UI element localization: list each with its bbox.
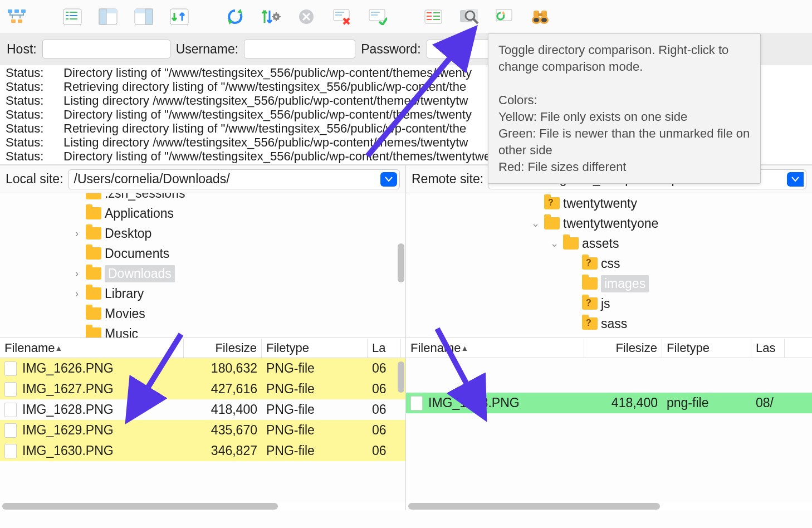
col-filesize[interactable]: Filesize bbox=[184, 339, 262, 358]
tree-item[interactable]: ›Library bbox=[0, 283, 405, 304]
tree-item[interactable]: js bbox=[406, 294, 812, 314]
remote-file-header[interactable]: Filename Filesize Filetype Las bbox=[406, 338, 812, 358]
disconnect-button[interactable] bbox=[331, 6, 353, 28]
toggle-queue-button[interactable] bbox=[168, 6, 190, 28]
tree-label: js bbox=[601, 296, 610, 311]
file-size-cell: 180,632 bbox=[184, 360, 262, 377]
tree-item[interactable]: ⌄twentytwentyone bbox=[406, 213, 812, 233]
file-name-cell: IMG_1629.PNG bbox=[0, 422, 184, 439]
compare-tooltip: Toggle directory comparison. Right-click… bbox=[488, 33, 761, 184]
reconnect-button[interactable] bbox=[366, 6, 389, 28]
local-hscroll[interactable] bbox=[0, 502, 405, 510]
file-icon bbox=[4, 423, 17, 438]
directory-compare-icon bbox=[459, 8, 479, 26]
file-row[interactable]: IMG_1628.PNG418,400PNG-file06 bbox=[0, 399, 405, 420]
log-tag: Status: bbox=[6, 66, 45, 80]
file-row[interactable]: IMG_1628.PNG418,400png-file08/ bbox=[406, 393, 812, 413]
folder-icon bbox=[86, 287, 101, 300]
file-row[interactable]: IMG_1630.PNG346,827PNG-file06 bbox=[0, 441, 405, 461]
svg-rect-1 bbox=[14, 9, 19, 13]
local-dir-tree[interactable]: .zsh_sessionsApplications›DesktopDocumen… bbox=[0, 193, 405, 338]
local-tree-icon bbox=[99, 8, 118, 25]
main-split: Local site: /Users/cornelia/Downloads/ .… bbox=[0, 165, 812, 510]
tree-twisty[interactable]: ⌄ bbox=[549, 237, 560, 250]
filter-icon bbox=[424, 8, 443, 25]
chevron-down-icon[interactable] bbox=[787, 172, 804, 187]
tree-twisty[interactable]: › bbox=[71, 288, 82, 300]
tree-item[interactable]: Applications bbox=[0, 203, 405, 223]
svg-rect-26 bbox=[371, 12, 380, 13]
svg-rect-0 bbox=[8, 9, 12, 13]
chevron-down-icon[interactable] bbox=[380, 172, 397, 187]
log-msg: Listing directory /www/testingsitex_556/… bbox=[63, 135, 468, 149]
tree-item[interactable]: .zsh_sessions bbox=[0, 193, 405, 203]
toggle-remote-tree-button[interactable] bbox=[133, 6, 155, 28]
username-input[interactable] bbox=[244, 40, 355, 58]
log-msg: Directory listing of "/www/testingsitex_… bbox=[63, 107, 472, 121]
tree-label: css bbox=[601, 256, 620, 271]
folder-icon bbox=[582, 297, 598, 310]
col-lastmod[interactable]: La bbox=[368, 339, 401, 358]
tree-twisty[interactable]: › bbox=[71, 268, 82, 280]
tooltip-colors-heading: Colors: bbox=[498, 92, 750, 109]
remote-file-list[interactable]: IMG_1628.PNG418,400png-file08/ bbox=[406, 358, 812, 502]
file-type-cell: PNG-file bbox=[262, 442, 368, 459]
svg-rect-17 bbox=[145, 9, 153, 25]
tree-twisty[interactable]: ⌄ bbox=[530, 217, 541, 229]
binoculars-icon bbox=[530, 8, 550, 26]
file-mod-cell: 08/ bbox=[751, 394, 785, 412]
col-filetype[interactable]: Filetype bbox=[262, 339, 368, 358]
tree-twisty[interactable]: › bbox=[71, 228, 82, 239]
tree-item[interactable]: Movies bbox=[0, 304, 405, 324]
col-filesize[interactable]: Filesize bbox=[584, 339, 662, 358]
tree-item[interactable]: sass bbox=[406, 314, 812, 334]
tree-item[interactable]: Music bbox=[0, 324, 405, 338]
refresh-button[interactable] bbox=[224, 6, 246, 28]
tree-item[interactable]: ›Desktop bbox=[0, 223, 405, 243]
col-filename[interactable]: Filename bbox=[0, 339, 184, 358]
toggle-local-tree-button[interactable] bbox=[97, 6, 119, 28]
filter-button[interactable] bbox=[422, 6, 444, 28]
local-file-list[interactable]: IMG_1626.PNG180,632PNG-file06IMG_1627.PN… bbox=[0, 358, 405, 502]
log-msg: Retrieving directory listing of "/www/te… bbox=[63, 80, 466, 94]
list-scrollbar[interactable] bbox=[398, 361, 404, 393]
process-queue-button[interactable] bbox=[260, 6, 282, 28]
tree-item[interactable]: css bbox=[406, 253, 812, 273]
remote-dir-tree[interactable]: twentytwenty⌄twentytwentyone⌄assetscssim… bbox=[406, 193, 812, 338]
svg-rect-34 bbox=[433, 19, 440, 20]
toggle-log-button[interactable] bbox=[61, 6, 84, 28]
sitemanager-button[interactable] bbox=[6, 6, 28, 28]
file-row[interactable]: IMG_1629.PNG435,670PNG-file06 bbox=[0, 420, 405, 441]
file-mod-cell: 06 bbox=[368, 380, 401, 398]
host-input[interactable] bbox=[42, 40, 170, 58]
sync-browse-button[interactable] bbox=[493, 6, 516, 28]
remote-hscroll[interactable] bbox=[406, 502, 812, 510]
tree-label: .zsh_sessions bbox=[105, 193, 185, 201]
tree-item[interactable]: ›Downloads bbox=[0, 263, 405, 283]
col-filename[interactable]: Filename bbox=[406, 339, 584, 358]
log-tag: Status: bbox=[6, 149, 45, 163]
local-file-header[interactable]: Filename Filesize Filetype La bbox=[0, 338, 405, 358]
col-lastmod[interactable]: Las bbox=[751, 339, 785, 358]
folder-icon bbox=[544, 197, 560, 209]
tree-scrollbar[interactable] bbox=[398, 243, 404, 282]
tree-item[interactable]: Documents bbox=[0, 243, 405, 263]
local-path-combo[interactable]: /Users/cornelia/Downloads/ bbox=[68, 169, 400, 189]
file-type-cell: PNG-file bbox=[262, 380, 368, 398]
remote-tree-icon bbox=[134, 8, 153, 25]
tree-item[interactable]: images bbox=[406, 273, 812, 294]
directory-compare-button[interactable] bbox=[458, 6, 480, 28]
file-row[interactable]: IMG_1627.PNG427,616PNG-file06 bbox=[0, 379, 405, 399]
tree-item[interactable]: ⌄assets bbox=[406, 233, 812, 253]
disconnect-icon bbox=[332, 8, 351, 25]
tree-label: sass bbox=[601, 316, 627, 331]
col-filetype[interactable]: Filetype bbox=[662, 339, 751, 358]
svg-rect-32 bbox=[433, 16, 440, 17]
main-toolbar bbox=[0, 0, 812, 33]
search-button[interactable] bbox=[529, 6, 551, 28]
svg-point-42 bbox=[541, 18, 547, 22]
cancel-button[interactable] bbox=[295, 6, 317, 28]
file-row[interactable]: IMG_1626.PNG180,632PNG-file06 bbox=[0, 358, 405, 379]
file-icon bbox=[4, 403, 17, 417]
tree-item[interactable]: twentytwenty bbox=[406, 193, 812, 213]
